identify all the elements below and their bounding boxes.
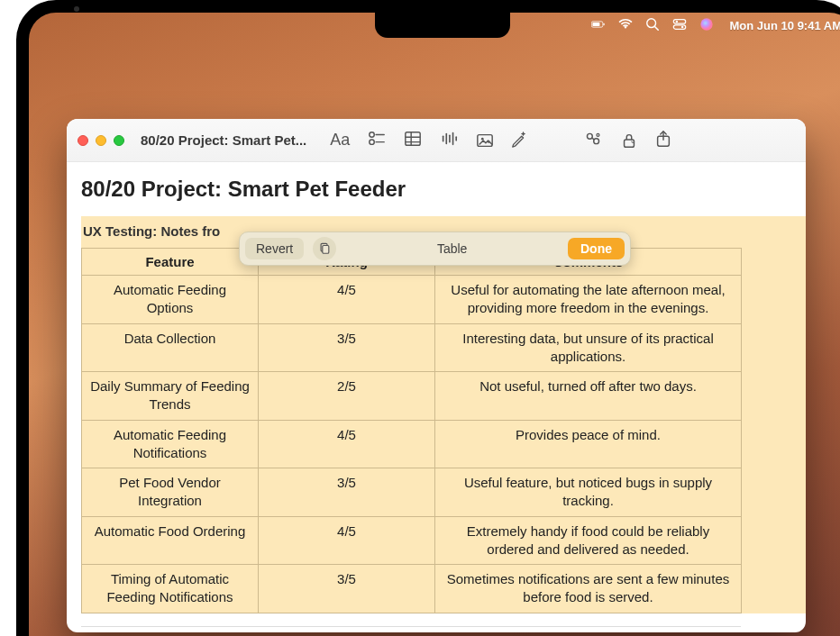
popover-title: Table: [345, 241, 559, 256]
cell-rating[interactable]: 3/5: [259, 468, 435, 517]
revert-button[interactable]: Revert: [245, 238, 304, 259]
svg-point-29: [597, 133, 599, 136]
spotlight-icon[interactable]: [645, 17, 660, 34]
table-row[interactable]: Automatic Food Ordering4/5Extremely hand…: [82, 516, 742, 565]
menubar-datetime[interactable]: Mon Jun 10 9:41 AM: [730, 19, 840, 32]
svg-point-26: [588, 133, 593, 139]
traffic-lights: [78, 135, 124, 146]
window-title: 80/20 Project: Smart Pet...: [141, 132, 306, 148]
format-button[interactable]: Aa: [330, 131, 350, 150]
close-button[interactable]: [78, 135, 88, 146]
svg-rect-5: [673, 19, 685, 23]
link-button[interactable]: [584, 130, 602, 151]
wifi-icon[interactable]: [618, 17, 633, 34]
cell-rating[interactable]: 4/5: [259, 516, 435, 565]
table-row[interactable]: Pet Food Vendor Integration3/5Useful fea…: [82, 468, 742, 517]
cell-rating[interactable]: 4/5: [259, 420, 435, 468]
table-button[interactable]: [404, 130, 422, 151]
table-row[interactable]: Automatic Feeding Options4/5Useful for a…: [82, 276, 742, 324]
device-frame: Mon Jun 10 9:41 AM 80/20 Project: Smart …: [16, 0, 840, 636]
cell-feature[interactable]: Automatic Feeding Notifications: [82, 420, 259, 468]
cell-rating[interactable]: 3/5: [259, 565, 435, 613]
cell-comments[interactable]: Provides peace of mind.: [435, 420, 742, 468]
cell-feature[interactable]: Automatic Feeding Options: [82, 276, 259, 324]
notch: [375, 13, 510, 38]
chevron-down-icon: ⌄: [629, 135, 636, 145]
done-button[interactable]: Done: [568, 238, 625, 259]
svg-point-25: [481, 137, 484, 140]
svg-line-28: [592, 138, 595, 140]
svg-point-6: [675, 20, 677, 22]
feature-table[interactable]: Feature Rating Comments Automatic Feedin…: [81, 248, 742, 613]
svg-rect-2: [592, 23, 599, 26]
cell-comments[interactable]: Interesting data, but unsure of its prac…: [435, 323, 742, 372]
svg-line-4: [654, 26, 658, 30]
svg-point-8: [680, 25, 682, 27]
writing-tools-button[interactable]: [510, 130, 528, 151]
svg-point-27: [594, 138, 599, 143]
lock-button[interactable]: ⌄: [620, 132, 636, 150]
cell-feature[interactable]: Automatic Food Ordering: [82, 516, 259, 565]
window-titlebar: 80/20 Project: Smart Pet... Aa ⌄: [67, 119, 806, 162]
notes-window: 80/20 Project: Smart Pet... Aa ⌄: [67, 119, 806, 632]
audio-record-button[interactable]: [440, 130, 458, 151]
svg-point-10: [700, 18, 712, 30]
cell-rating[interactable]: 3/5: [259, 323, 435, 372]
horizontal-rule: [81, 626, 741, 627]
col-feature[interactable]: Feature: [82, 249, 259, 276]
table-row[interactable]: Automatic Feeding Notifications4/5Provid…: [82, 420, 742, 468]
cell-feature[interactable]: Data Collection: [82, 323, 259, 372]
copy-icon-button[interactable]: [313, 237, 336, 260]
control-center-icon[interactable]: [672, 17, 687, 34]
media-button[interactable]: ⌄: [476, 132, 492, 150]
chevron-down-icon: ⌄: [485, 135, 492, 145]
cell-comments[interactable]: Sometimes notifications are sent a few m…: [435, 565, 742, 613]
cell-rating[interactable]: 4/5: [259, 276, 435, 324]
note-title: 80/20 Project: Smart Pet Feeder: [81, 177, 806, 202]
cell-feature[interactable]: Timing of Automatic Feeding Notification…: [82, 565, 259, 613]
cell-feature[interactable]: Daily Summary of Feeding Trends: [82, 372, 259, 421]
cell-comments[interactable]: Not useful, turned off after two days.: [435, 372, 742, 421]
table-row[interactable]: Data Collection3/5Interesting data, but …: [82, 323, 742, 372]
checklist-button[interactable]: [368, 130, 386, 151]
table-row[interactable]: Timing of Automatic Feeding Notification…: [82, 565, 742, 613]
svg-point-11: [370, 132, 374, 136]
siri-icon[interactable]: [699, 17, 714, 34]
cell-feature[interactable]: Pet Food Vendor Integration: [82, 468, 259, 517]
svg-rect-15: [406, 132, 420, 145]
cell-comments[interactable]: Useful for automating the late afternoon…: [435, 276, 742, 324]
table-tool-popover: Revert Table Done: [239, 232, 631, 266]
cell-rating[interactable]: 2/5: [259, 372, 435, 421]
screen: Mon Jun 10 9:41 AM 80/20 Project: Smart …: [29, 13, 840, 636]
share-button[interactable]: [654, 130, 672, 151]
svg-rect-7: [673, 24, 685, 28]
battery-icon[interactable]: [591, 17, 606, 34]
minimize-button[interactable]: [96, 135, 106, 146]
toolbar: Aa ⌄: [330, 130, 672, 151]
svg-point-13: [370, 139, 374, 143]
svg-rect-1: [603, 23, 604, 24]
cell-comments[interactable]: Useful feature, but noticed bugs in supp…: [435, 468, 742, 517]
table-row[interactable]: Daily Summary of Feeding Trends2/5Not us…: [82, 372, 742, 421]
cell-comments[interactable]: Extremely handy if food could be reliabl…: [435, 516, 742, 565]
zoom-button[interactable]: [114, 135, 124, 146]
camera-dot: [74, 6, 79, 12]
svg-rect-34: [323, 246, 329, 254]
highlighted-section: UX Testing: Notes fro Feature Rating Com…: [81, 216, 806, 613]
